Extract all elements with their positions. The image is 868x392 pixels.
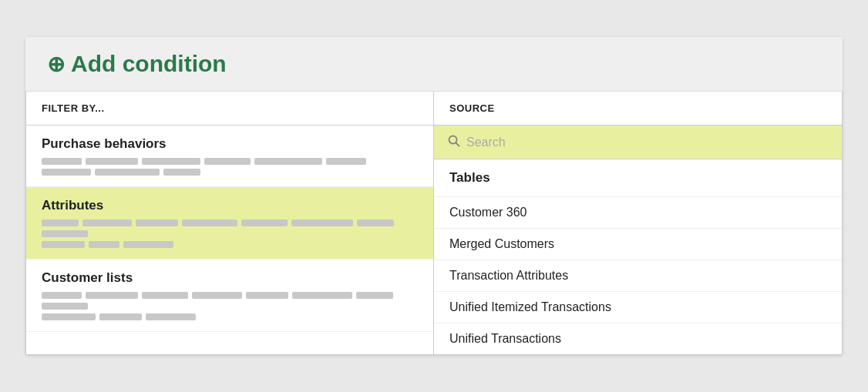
filter-by-header: FILTER BY... bbox=[26, 92, 433, 126]
filter-item-title: Purchase behaviors bbox=[42, 136, 418, 152]
source-item-merged-customers[interactable]: Merged Customers bbox=[434, 229, 842, 260]
filter-item-lines bbox=[42, 158, 418, 176]
add-condition-panel: ⊕ Add condition FILTER BY... Purchase be… bbox=[25, 37, 843, 355]
filter-item-attributes[interactable]: Attributes bbox=[26, 187, 433, 260]
tables-section-header: Tables bbox=[434, 159, 842, 197]
search-placeholder-text: Search bbox=[466, 136, 506, 149]
panel-title-text: Add condition bbox=[71, 51, 227, 77]
filter-item-lines bbox=[42, 292, 418, 320]
source-item-customer360[interactable]: Customer 360 bbox=[434, 197, 842, 229]
source-item-unified-transactions[interactable]: Unified Transactions bbox=[434, 323, 842, 354]
source-item-unified-itemized[interactable]: Unified Itemized Transactions bbox=[434, 292, 842, 323]
panel-title: ⊕ Add condition bbox=[47, 51, 821, 77]
filter-item-lines bbox=[42, 219, 418, 248]
plus-circle-icon: ⊕ bbox=[47, 52, 65, 77]
svg-line-1 bbox=[456, 143, 459, 146]
filter-by-column: FILTER BY... Purchase behaviors bbox=[26, 92, 434, 354]
source-item-transaction-attributes[interactable]: Transaction Attributes bbox=[434, 260, 842, 292]
source-column: SOURCE Search Tables Customer 360 Merged… bbox=[434, 92, 842, 354]
filter-item-title: Attributes bbox=[42, 198, 418, 213]
source-header: SOURCE bbox=[434, 92, 842, 126]
search-row[interactable]: Search bbox=[434, 126, 842, 159]
search-icon bbox=[448, 135, 460, 149]
filter-item-customer-lists[interactable]: Customer lists bbox=[26, 260, 433, 332]
two-column-layout: FILTER BY... Purchase behaviors bbox=[25, 92, 843, 355]
filter-item-purchase-behaviors[interactable]: Purchase behaviors bbox=[26, 126, 433, 187]
filter-item-title: Customer lists bbox=[42, 270, 418, 286]
panel-header: ⊕ Add condition bbox=[25, 37, 843, 92]
